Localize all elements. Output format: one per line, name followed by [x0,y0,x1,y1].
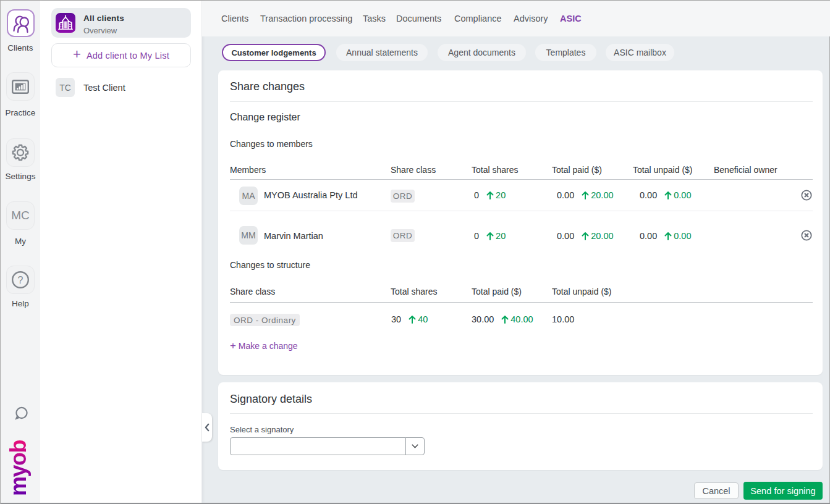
svg-text:?: ? [18,275,23,285]
